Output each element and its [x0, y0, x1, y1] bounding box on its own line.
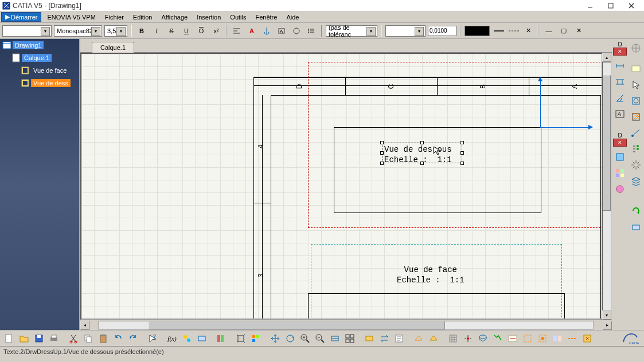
- zoomin-button[interactable]: [298, 332, 312, 345]
- geometry-button[interactable]: [629, 94, 643, 108]
- snap-point-button[interactable]: [461, 332, 475, 345]
- catalog-button[interactable]: [214, 332, 228, 345]
- sketch-button[interactable]: [629, 62, 643, 76]
- menu-affichage[interactable]: Affichage: [157, 13, 192, 22]
- pan-button[interactable]: [268, 332, 282, 345]
- scroll-left-button[interactable]: ◂: [80, 321, 89, 330]
- menu-fichier[interactable]: Fichier: [100, 13, 128, 22]
- color-text-button[interactable]: A: [245, 25, 258, 37]
- underline-button[interactable]: U: [180, 25, 193, 37]
- font-combo[interactable]: Monospac821: [54, 25, 102, 37]
- style-combo[interactable]: [2, 25, 52, 37]
- horizontal-scrollbar[interactable]: ◂ ▸: [80, 320, 612, 330]
- vscroll-track[interactable]: [602, 62, 611, 310]
- frame-button[interactable]: A: [275, 25, 288, 37]
- generate-button[interactable]: [580, 332, 594, 345]
- drawing-viewport[interactable]: D C B A 4 4 3 3: [80, 53, 612, 320]
- menu-outils[interactable]: Outils: [225, 13, 251, 22]
- hscroll-thumb[interactable]: [149, 321, 445, 329]
- insert-symbol-button[interactable]: [290, 25, 303, 37]
- tree-sheet[interactable]: Calque.1: [0, 52, 79, 64]
- update-button[interactable]: [629, 204, 643, 218]
- chained-dim-button[interactable]: [613, 75, 627, 89]
- undo-button[interactable]: [111, 332, 125, 345]
- vscroll-thumb[interactable]: [603, 75, 611, 211]
- new-button[interactable]: [2, 332, 16, 345]
- align-left-button[interactable]: [231, 25, 243, 37]
- display-filter-button[interactable]: [476, 332, 490, 345]
- line-style-button[interactable]: [507, 25, 520, 37]
- panel-close-button-2[interactable]: ✕: [613, 139, 627, 147]
- select-arrow-button[interactable]: [629, 78, 643, 92]
- rotate-button[interactable]: [283, 332, 297, 345]
- hatch-button[interactable]: [629, 110, 643, 124]
- hscroll-track[interactable]: [99, 321, 594, 330]
- layers-button[interactable]: [629, 174, 643, 188]
- list-button[interactable]: [305, 25, 318, 37]
- dims-display-button[interactable]: [506, 332, 520, 345]
- save-button[interactable]: [32, 332, 46, 345]
- analysis-button[interactable]: [491, 332, 505, 345]
- menu-insertion[interactable]: Insertion: [192, 13, 225, 22]
- menu-enovia[interactable]: ENOVIA V5 VPM: [42, 13, 100, 22]
- doc-window-min-button[interactable]: —: [542, 25, 555, 37]
- formula-button[interactable]: f(x): [165, 332, 179, 345]
- tree-view-face[interactable]: Vue de face: [0, 64, 79, 77]
- menu-aide[interactable]: Aide: [282, 13, 303, 22]
- swap-visible-button[interactable]: [377, 332, 391, 345]
- sup-button[interactable]: x²: [210, 25, 223, 37]
- empty-combo[interactable]: [385, 25, 426, 37]
- specification-tree[interactable]: Drawing1 Calque.1 Vue de face Vue de des…: [0, 39, 80, 330]
- tree-view-dessous[interactable]: Vue de dess: [0, 77, 79, 89]
- dress-filter-button[interactable]: [551, 332, 564, 345]
- view-shaded-button[interactable]: [427, 332, 440, 345]
- scroll-right-button[interactable]: ▸: [603, 321, 612, 330]
- front-view-button[interactable]: [613, 150, 627, 164]
- grid-view-button[interactable]: [613, 166, 627, 180]
- fitall-button[interactable]: [234, 332, 248, 345]
- strike-button[interactable]: S: [165, 25, 178, 37]
- maximize-button[interactable]: [600, 0, 621, 11]
- doc-window-close-button[interactable]: ✕: [572, 25, 585, 37]
- panel-close-button[interactable]: ✕: [613, 48, 627, 56]
- tab-calque1[interactable]: Calque.1: [92, 42, 134, 53]
- cut-button[interactable]: [67, 332, 80, 345]
- tolerance-combo[interactable]: (pas de toléranc: [326, 25, 377, 37]
- menu-edition[interactable]: Edition: [128, 13, 157, 22]
- tree-root-drawing[interactable]: Drawing1: [0, 39, 79, 52]
- grid-snap-button[interactable]: [446, 332, 460, 345]
- element-filter2-button[interactable]: [536, 332, 549, 345]
- line-width-button[interactable]: [492, 25, 505, 37]
- numeric-field[interactable]: 0,0100: [428, 26, 456, 36]
- scroll-up-button[interactable]: ▴: [602, 53, 611, 62]
- color-picker[interactable]: [465, 26, 490, 36]
- anchor-button[interactable]: [260, 25, 273, 37]
- size-combo[interactable]: 3,5: [104, 25, 127, 37]
- italic-button[interactable]: I: [150, 25, 163, 37]
- redo-button[interactable]: [126, 332, 140, 345]
- element-filter-button[interactable]: [521, 332, 534, 345]
- dimension2-button[interactable]: [629, 126, 643, 140]
- bold-button[interactable]: B: [135, 25, 148, 37]
- paste-button[interactable]: [96, 332, 110, 345]
- angle-dim-button[interactable]: [613, 91, 627, 105]
- copy-button[interactable]: [81, 332, 95, 345]
- normal-view-button[interactable]: [328, 332, 342, 345]
- scroll-down-button[interactable]: ▾: [602, 310, 611, 320]
- knowledge-button[interactable]: [180, 332, 194, 345]
- print-button[interactable]: [47, 332, 61, 345]
- tree-toggle-button[interactable]: [629, 142, 643, 156]
- gear-button[interactable]: [629, 158, 643, 172]
- menu-fenetre[interactable]: Fenêtre: [251, 13, 282, 22]
- multiview-button[interactable]: [343, 332, 357, 345]
- overline-button[interactable]: O: [195, 25, 208, 37]
- dimension-button[interactable]: [613, 59, 627, 73]
- close-button[interactable]: [621, 0, 642, 11]
- check-button[interactable]: [195, 332, 209, 345]
- zoomout-button[interactable]: [313, 332, 327, 345]
- hide-show-button[interactable]: [362, 332, 376, 345]
- section-view-button[interactable]: [613, 182, 627, 196]
- properties-button[interactable]: [392, 332, 406, 345]
- whatsthis-button[interactable]: ?: [146, 332, 159, 345]
- open-button[interactable]: [17, 332, 31, 345]
